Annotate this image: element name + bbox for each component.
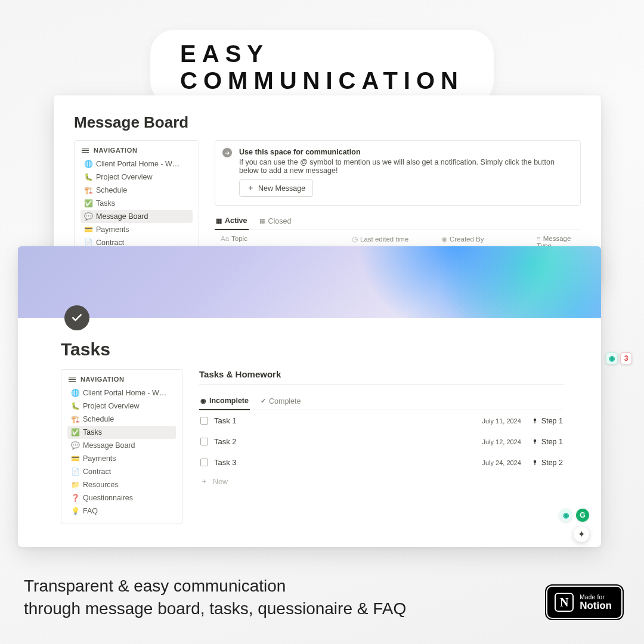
- nav-icon: 🏗️: [84, 186, 92, 194]
- notion-logo-icon: N: [555, 593, 574, 612]
- table-icon: ▦: [259, 217, 265, 225]
- pin-icon: [532, 418, 538, 424]
- page-title: Tasks: [61, 339, 564, 360]
- pin-icon: [532, 460, 538, 466]
- checkmark-badge-icon: [64, 305, 89, 330]
- sidebar-item-label: Contract: [96, 239, 124, 247]
- sidebar-item-label: Questionnaires: [83, 494, 133, 502]
- task-date: July 12, 2024: [482, 438, 521, 445]
- pin-icon[interactable]: ◉: [559, 509, 572, 522]
- task-step: Step 1: [532, 438, 563, 446]
- nav-icon: ✅: [71, 428, 79, 436]
- task-row[interactable]: Task 3July 24, 2024Step 2: [199, 452, 564, 473]
- nav-heading: NAVIGATION: [80, 376, 124, 383]
- nav-heading: NAVIGATION: [94, 147, 137, 154]
- tab-complete[interactable]: ✔Complete: [259, 393, 302, 410]
- alert-circle-icon: ◉: [200, 397, 206, 405]
- task-date: July 11, 2024: [482, 417, 521, 425]
- arrow-right-circle-icon: ➔: [222, 148, 232, 157]
- notification-count-badge[interactable]: 3: [620, 352, 632, 364]
- grammarly-icon[interactable]: G: [576, 509, 589, 522]
- nav-icon: 💳: [71, 454, 79, 463]
- made-for-notion-badge: N Made for Notion: [546, 586, 623, 619]
- sidebar-item[interactable]: 💳Payments: [80, 223, 193, 236]
- nav-icon: 📄: [84, 239, 92, 247]
- nav-icon: 💬: [84, 212, 92, 221]
- person-icon: ◉: [441, 236, 447, 243]
- sidebar-item[interactable]: 🌐Client Portal Home - W…: [80, 157, 193, 171]
- clock-icon: ◷: [352, 236, 358, 243]
- text-icon: Aa: [221, 235, 229, 242]
- tab-active[interactable]: ▦Active: [215, 213, 249, 230]
- headline: EASY COMMUNICATION: [180, 41, 464, 94]
- nav-icon: 📁: [71, 481, 79, 489]
- task-step: Step 1: [532, 417, 563, 425]
- page-title: Message Board: [74, 113, 581, 132]
- hamburger-icon[interactable]: [82, 148, 89, 153]
- pin-icon: [532, 439, 538, 445]
- nav-icon: 🏗️: [71, 415, 79, 423]
- sidebar-item[interactable]: 💬Message Board: [80, 210, 193, 223]
- pin-icon[interactable]: ◉: [606, 352, 618, 364]
- sidebar-item[interactable]: ❓Questionnaires: [67, 491, 176, 504]
- sidebar-item-label: Client Portal Home - W…: [83, 389, 166, 397]
- nav-icon: ✅: [84, 199, 92, 208]
- sidebar-item[interactable]: 💡FAQ: [67, 504, 176, 518]
- sidebar-item[interactable]: 🏗️Schedule: [67, 413, 176, 426]
- sidebar-item[interactable]: 🏗️Schedule: [80, 184, 193, 197]
- sidebar-item-label: Tasks: [83, 428, 102, 436]
- view-tabs: ▦Active ▦Closed: [215, 213, 581, 230]
- plus-icon: ＋: [247, 183, 255, 193]
- sidebar-item-label: Schedule: [83, 415, 114, 423]
- checkbox[interactable]: [200, 438, 208, 445]
- headline-pill: EASY COMMUNICATION: [150, 30, 494, 105]
- sidebar-item[interactable]: 📁Resources: [67, 478, 176, 491]
- ai-sparkle-button[interactable]: ✦: [574, 527, 589, 542]
- sidebar-item[interactable]: 📄Contract: [67, 465, 176, 478]
- sidebar-item-label: Schedule: [96, 186, 127, 194]
- sidebar-item-label: Payments: [83, 454, 116, 463]
- corner-extension-badges: ◉ G: [559, 509, 589, 522]
- hamburger-icon[interactable]: [69, 377, 76, 382]
- callout-title: Use this space for communication: [239, 148, 571, 156]
- nav-icon: 🌐: [71, 389, 79, 397]
- check-circle-icon: ✔: [261, 397, 266, 405]
- task-row[interactable]: Task 1July 11, 2024Step 1: [199, 410, 564, 431]
- new-message-button[interactable]: ＋ New Message: [239, 179, 313, 197]
- nav-icon: 💬: [71, 441, 79, 450]
- tab-closed[interactable]: ▦Closed: [258, 213, 293, 230]
- sidebar-item[interactable]: 💳Payments: [67, 452, 176, 465]
- sidebar-item-label: Client Portal Home - W…: [96, 160, 179, 168]
- section-title: Tasks & Homework: [199, 369, 564, 379]
- task-row[interactable]: Task 2July 12, 2024Step 1: [199, 431, 564, 452]
- checkbox[interactable]: [200, 459, 208, 466]
- sidebar-navigation: NAVIGATION 🌐Client Portal Home - W…🐛Proj…: [61, 369, 182, 524]
- sidebar-item[interactable]: 🐛Project Overview: [80, 171, 193, 184]
- sidebar-item-label: Contract: [83, 467, 111, 476]
- nav-icon: 🐛: [84, 173, 92, 181]
- table-icon: ▦: [216, 217, 222, 225]
- add-new-row[interactable]: ＋ New: [199, 473, 564, 490]
- sidebar-item[interactable]: 💬Message Board: [67, 439, 176, 452]
- task-date: July 24, 2024: [482, 459, 521, 466]
- nav-icon: 💳: [84, 225, 92, 234]
- sidebar-item[interactable]: 🌐Client Portal Home - W…: [67, 386, 176, 400]
- sidebar-item-label: Project Overview: [96, 173, 152, 181]
- tab-incomplete[interactable]: ◉Incomplete: [199, 393, 250, 410]
- nav-icon: ❓: [71, 494, 79, 502]
- divider: [199, 384, 564, 385]
- checkbox[interactable]: [200, 417, 208, 425]
- svg-rect-3: [534, 441, 535, 444]
- nav-icon: 📄: [71, 467, 79, 476]
- sidebar-item[interactable]: ✅Tasks: [80, 197, 193, 210]
- svg-rect-1: [534, 420, 535, 423]
- sidebar-item[interactable]: ✅Tasks: [67, 426, 176, 439]
- nav-icon: 🌐: [84, 160, 92, 168]
- sidebar-item-label: Resources: [83, 481, 119, 489]
- task-name: Task 1: [214, 416, 482, 425]
- sidebar-item-label: Message Board: [83, 441, 135, 450]
- sidebar-item[interactable]: 🐛Project Overview: [67, 400, 176, 413]
- sidebar-item-label: Tasks: [96, 199, 115, 208]
- plus-icon: ＋: [200, 476, 208, 487]
- list-icon: ≡: [537, 235, 541, 242]
